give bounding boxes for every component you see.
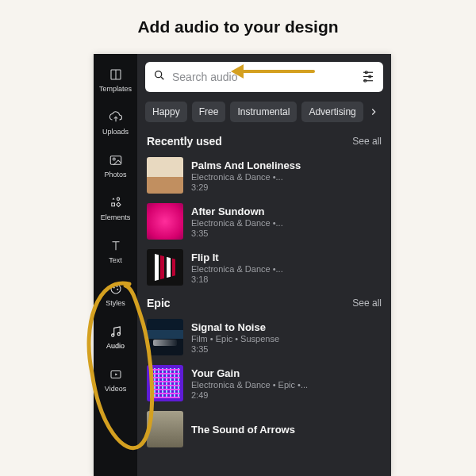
chip-happy[interactable]: Happy xyxy=(145,102,187,122)
see-all-link[interactable]: See all xyxy=(352,298,382,309)
page-title: Add audio to your design xyxy=(0,0,476,36)
track-title: After Sundown xyxy=(191,205,283,217)
chip-row: Happy Free Instrumental Advertising xyxy=(137,98,391,130)
track-duration: 3:35 xyxy=(191,228,283,238)
track-duration: 3:18 xyxy=(191,274,283,284)
svg-point-4 xyxy=(117,198,119,200)
track-thumb xyxy=(147,365,183,401)
chip-free[interactable]: Free xyxy=(192,102,226,122)
track-meta: Electronica & Dance •... xyxy=(191,218,283,228)
track-duration: 2:49 xyxy=(191,390,308,400)
track-thumb xyxy=(147,203,183,240)
track-row[interactable]: Flip It Electronica & Dance •... 3:18 xyxy=(137,246,391,292)
svg-point-9 xyxy=(117,288,118,290)
track-row[interactable]: Palms And Loneliness Electronica & Dance… xyxy=(137,154,391,200)
svg-line-14 xyxy=(161,77,163,79)
sidebar-item-label: Videos xyxy=(105,385,126,393)
chip-advertising[interactable]: Advertising xyxy=(301,102,363,122)
track-row[interactable]: Signal to Noise Film • Epic • Suspense 3… xyxy=(137,316,391,362)
track-title: Your Gain xyxy=(191,367,308,379)
track-info: Palms And Loneliness Electronica & Dance… xyxy=(191,159,301,192)
section-title: Epic xyxy=(147,297,171,309)
see-all-link[interactable]: See all xyxy=(352,136,382,147)
filters-icon[interactable] xyxy=(361,68,375,86)
track-duration: 3:29 xyxy=(191,182,301,192)
sidebar: Templates Uploads Photos Elements Text xyxy=(94,54,137,476)
svg-point-7 xyxy=(113,286,114,288)
track-meta: Film • Epic • Suspense xyxy=(191,334,279,344)
search-box[interactable] xyxy=(145,62,383,92)
track-info: After Sundown Electronica & Dance •... 3… xyxy=(191,205,283,238)
search-input[interactable] xyxy=(172,71,355,83)
sidebar-item-label: Uploads xyxy=(102,128,129,136)
sidebar-item-photos[interactable]: Photos xyxy=(94,144,137,186)
track-thumb xyxy=(147,157,183,194)
track-thumb xyxy=(147,411,183,447)
svg-point-13 xyxy=(155,71,162,78)
track-info: Your Gain Electronica & Dance • Epic •..… xyxy=(191,367,308,400)
sidebar-item-label: Elements xyxy=(101,213,131,221)
svg-point-8 xyxy=(116,286,117,287)
track-row[interactable]: Your Gain Electronica & Dance • Epic •..… xyxy=(137,362,391,408)
svg-point-11 xyxy=(117,332,120,335)
styles-icon xyxy=(108,281,124,297)
sidebar-item-label: Audio xyxy=(106,342,125,350)
text-icon xyxy=(108,238,124,254)
svg-point-10 xyxy=(111,333,113,336)
search-row xyxy=(137,54,391,98)
track-info: Flip It Electronica & Dance •... 3:18 xyxy=(191,251,283,284)
svg-point-3 xyxy=(113,158,115,160)
track-meta: Electronica & Dance •... xyxy=(191,172,301,182)
sidebar-item-elements[interactable]: Elements xyxy=(94,187,137,228)
track-thumb xyxy=(147,319,183,355)
templates-icon xyxy=(108,67,124,83)
audio-icon xyxy=(108,324,124,340)
track-title: Palms And Loneliness xyxy=(191,159,301,171)
track-title: The Sound of Arrows xyxy=(191,424,295,436)
photos-icon xyxy=(108,152,124,168)
track-row[interactable]: The Sound of Arrows xyxy=(137,408,391,447)
section-title: Recently used xyxy=(147,135,222,148)
track-thumb xyxy=(147,249,183,286)
uploads-icon xyxy=(108,109,124,125)
svg-point-6 xyxy=(111,284,121,294)
sidebar-item-styles[interactable]: Styles xyxy=(94,273,137,314)
svg-rect-5 xyxy=(111,203,114,206)
track-meta: Electronica & Dance • Epic •... xyxy=(191,380,308,390)
elements-icon xyxy=(108,195,124,211)
search-icon xyxy=(153,69,166,85)
sidebar-item-label: Text xyxy=(109,256,122,264)
track-title: Flip It xyxy=(191,251,283,263)
track-row[interactable]: After Sundown Electronica & Dance •... 3… xyxy=(137,200,391,246)
sidebar-item-text[interactable]: Text xyxy=(94,230,137,271)
sidebar-item-templates[interactable]: Templates xyxy=(94,59,137,100)
track-meta: Electronica & Dance •... xyxy=(191,264,283,274)
app-window: Templates Uploads Photos Elements Text xyxy=(94,54,391,476)
chevron-right-icon[interactable] xyxy=(368,106,379,117)
chip-instrumental[interactable]: Instrumental xyxy=(230,102,297,122)
sidebar-item-label: Styles xyxy=(106,299,125,307)
track-title: Signal to Noise xyxy=(191,321,279,333)
track-info: The Sound of Arrows xyxy=(191,424,295,436)
track-info: Signal to Noise Film • Epic • Suspense 3… xyxy=(191,321,279,354)
sidebar-item-audio[interactable]: Audio xyxy=(94,316,137,357)
track-duration: 3:35 xyxy=(191,344,279,354)
videos-icon xyxy=(108,367,124,382)
sidebar-item-label: Photos xyxy=(104,171,126,178)
section-header-epic: Epic See all xyxy=(137,292,391,316)
section-header-recent: Recently used See all xyxy=(137,130,391,154)
audio-panel: Happy Free Instrumental Advertising Rece… xyxy=(137,54,391,476)
sidebar-item-uploads[interactable]: Uploads xyxy=(94,102,137,143)
sidebar-item-videos[interactable]: Videos xyxy=(94,359,137,400)
sidebar-item-label: Templates xyxy=(99,85,132,93)
